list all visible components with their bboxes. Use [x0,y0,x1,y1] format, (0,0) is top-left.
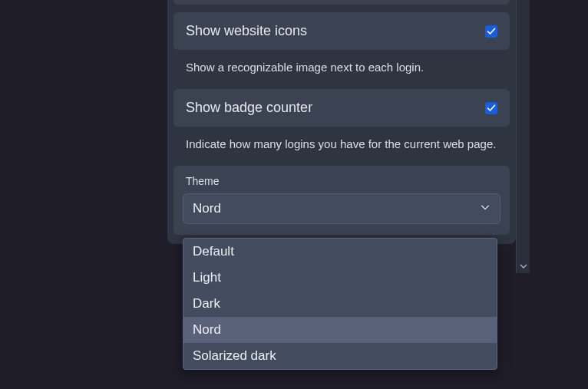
show-icons-title: Show website icons [186,23,307,39]
theme-label: Theme [183,175,500,193]
check-icon [487,27,496,36]
theme-selected-value: Nord [193,201,221,216]
show-badge-description: Indicate how many logins you have for th… [173,127,510,158]
show-icons-description: Show a recognizable image next to each l… [173,50,510,81]
theme-select[interactable]: Nord [183,193,500,224]
settings-panel: Show website icons Show a recognizable i… [167,0,516,244]
check-icon [487,104,496,113]
show-badge-checkbox[interactable] [485,102,497,114]
theme-dropdown: Default Light Dark Nord Solarized dark [183,238,497,370]
theme-option-nord[interactable]: Nord [183,317,497,343]
show-badge-row[interactable]: Show badge counter [173,89,510,127]
panel-top-edge [173,0,510,5]
show-icons-row[interactable]: Show website icons [173,12,510,50]
show-icons-checkbox[interactable] [485,25,497,38]
scroll-down-icon[interactable] [517,259,530,273]
show-badge-title: Show badge counter [186,100,312,116]
theme-option-default[interactable]: Default [183,239,497,265]
theme-option-solarized-dark[interactable]: Solarized dark [183,343,497,369]
theme-option-light[interactable]: Light [183,265,497,291]
scrollbar[interactable] [516,0,530,273]
chevron-down-icon [480,201,491,216]
theme-option-dark[interactable]: Dark [183,291,497,317]
theme-block: Theme Nord [173,166,510,235]
